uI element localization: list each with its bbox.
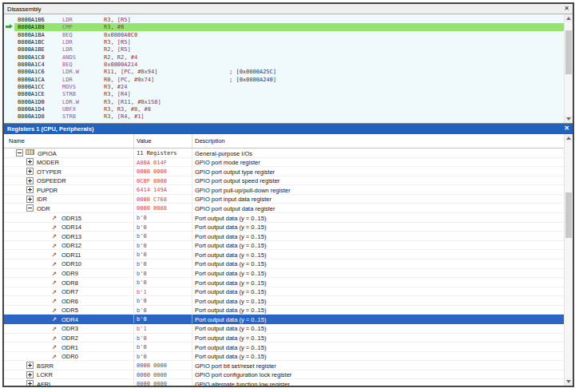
disassembly-line[interactable]: 0800A1C6LDR.WR11, [PC, #0x94]; [0x0800A2…: [4, 68, 564, 75]
scroll-up-icon[interactable]: [565, 134, 573, 142]
register-row-afrl[interactable]: AFRL0000 0000GPIO alternate function low…: [4, 379, 564, 386]
disassembly-line[interactable]: 0800A1CALDRR0, [PC, #0x74]; [0x0800A240]: [4, 76, 564, 83]
close-icon[interactable]: ✕: [564, 4, 569, 14]
register-value-cell[interactable]: b'0: [133, 296, 192, 305]
disassembly-line[interactable]: 0800A1D0LDR.WR3, [R11, #0x158]: [4, 98, 564, 105]
register-value-cell[interactable]: 6414 149A: [133, 185, 192, 194]
disassembly-line[interactable]: 0800A1B6LDRR3, [R5]: [4, 16, 564, 23]
register-row-odr15[interactable]: ↗ODR15b'0Port output data (y = 0..15): [4, 213, 564, 223]
register-value-cell[interactable]: 0000 C768: [133, 195, 192, 204]
register-row-odr6[interactable]: ↗ODR6b'0Port output data (y = 0..15): [4, 296, 564, 306]
register-value-cell[interactable]: b'0: [133, 259, 192, 268]
disassembly-operands: R3, [R5]: [104, 39, 131, 46]
disassembly-titlebar[interactable]: Disassembly ✕: [4, 4, 573, 14]
register-value-cell[interactable]: 0000 0000: [133, 379, 192, 386]
disassembly-title: Disassembly: [7, 6, 42, 13]
disassembly-line[interactable]: 0800A1BCLDRR3, [R5]: [4, 38, 564, 46]
disassembly-line[interactable]: 0800A1BABEQ0x0800A0C0: [4, 31, 564, 38]
register-row-ospeedr[interactable]: OSPEEDR0C0F 0000GPIO port output speed r…: [4, 176, 564, 186]
disassembly-line[interactable]: 0800A1CESTRBR3, [R4]: [4, 90, 564, 97]
expand-icon[interactable]: [26, 177, 34, 184]
expand-icon[interactable]: [26, 158, 34, 165]
register-value-cell[interactable]: b'0: [133, 315, 192, 323]
expand-icon[interactable]: [26, 380, 34, 386]
register-name: ODR4: [61, 316, 78, 323]
disassembly-line[interactable]: 0800A1CCMOVSR3, #24: [4, 83, 564, 90]
expand-icon[interactable]: [26, 168, 34, 175]
register-row-odr0[interactable]: ↗ODR0b'0Port output data (y = 0..15): [4, 352, 564, 362]
column-header-value[interactable]: Value: [133, 134, 192, 148]
register-row-moder[interactable]: MODERA80A 014FGPIO port mode register: [4, 158, 564, 168]
register-value-cell[interactable]: b'0: [133, 306, 192, 315]
expand-icon[interactable]: [26, 371, 34, 378]
disassembly-scrollbar[interactable]: [564, 14, 573, 123]
scrollbar-thumb[interactable]: [565, 30, 572, 74]
register-row-lckr[interactable]: LCKR0000 0000GPIO port configuration loc…: [4, 370, 564, 380]
register-row-odr13[interactable]: ↗ODR13b'0Port output data (y = 0..15): [4, 232, 564, 241]
register-row-odr14[interactable]: ↗ODR14b'0Port output data (y = 0..15): [4, 223, 564, 232]
column-header-description[interactable]: Description: [192, 134, 564, 148]
register-value-cell[interactable]: A80A 014F: [133, 158, 192, 167]
register-value-cell[interactable]: b'0: [133, 352, 192, 361]
registers-titlebar[interactable]: Registers 1 (CPU, Peripherals) ✕: [4, 124, 573, 134]
register-value-cell[interactable]: 0000 0088: [133, 204, 192, 212]
expand-icon[interactable]: [26, 186, 34, 193]
collapse-icon[interactable]: [16, 149, 23, 156]
register-row-odr[interactable]: ODR0000 0088GPIO port output data regist…: [4, 204, 564, 213]
register-row-gpioa[interactable]: GPIOA11 RegistersGeneral-purpose I/Os: [4, 148, 564, 158]
register-value-cell[interactable]: b'0: [133, 334, 192, 343]
disassembly-line[interactable]: 0800A1D8STRBR3, [R4, #1]: [4, 113, 564, 120]
expand-icon[interactable]: [26, 196, 34, 203]
register-row-odr8[interactable]: ↗ODR8b'0Port output data (y = 0..15): [4, 278, 564, 287]
collapse-icon[interactable]: [26, 204, 34, 212]
register-row-bsrr[interactable]: BSRR0000 0000GPIO port bit set/reset reg…: [4, 361, 564, 370]
register-row-odr7[interactable]: ↗ODR7b'1Port output data (y = 0..15): [4, 287, 564, 297]
register-value-cell[interactable]: b'1: [133, 287, 192, 296]
register-row-odr11[interactable]: ↗ODR11b'0Port output data (y = 0..15): [4, 250, 564, 259]
close-icon[interactable]: ✕: [564, 124, 569, 133]
register-row-odr2[interactable]: ↗ODR2b'0Port output data (y = 0..15): [4, 334, 564, 343]
register-value-cell[interactable]: 0000 0000: [133, 167, 192, 176]
register-value-cell[interactable]: b'0: [133, 269, 192, 278]
register-value-cell[interactable]: b'1: [133, 324, 192, 333]
disassembly-mnemonic: LDR: [62, 46, 73, 53]
register-row-odr4[interactable]: ↗ODR4b'0Port output data (y = 0..15): [4, 315, 564, 324]
disassembly-line[interactable]: 0800A1B8CMPR3, #0: [4, 23, 564, 30]
register-value-cell[interactable]: 11 Registers: [133, 148, 192, 157]
register-row-odr12[interactable]: ↗ODR12b'0Port output data (y = 0..15): [4, 241, 564, 251]
register-description-cell: Port output data (y = 0..15): [192, 287, 564, 296]
register-row-pupdr[interactable]: PUPDR6414 149AGPIO port pull-up/pull-dow…: [4, 185, 564, 195]
registers-scrollbar[interactable]: [564, 134, 573, 386]
scroll-down-icon[interactable]: [565, 378, 573, 386]
register-value-cell[interactable]: 0000 0000: [133, 370, 192, 379]
register-value-cell[interactable]: 0C0F 0000: [133, 176, 192, 185]
column-header-name[interactable]: Name: [4, 134, 133, 148]
register-value-cell[interactable]: b'0: [133, 250, 192, 259]
register-value-cell[interactable]: b'0: [133, 278, 192, 287]
register-row-odr10[interactable]: ↗ODR10b'0Port output data (y = 0..15): [4, 259, 564, 269]
register-value-cell[interactable]: b'0: [133, 223, 192, 232]
disassembly-line[interactable]: 0800A1BELDRR2, [R5]: [4, 46, 564, 53]
register-description: GPIO port input data register: [195, 196, 272, 203]
register-value-cell[interactable]: b'0: [133, 232, 192, 240]
disassembly-line[interactable]: 0800A1C0ANDSR2, R2, #4: [4, 53, 564, 61]
scroll-down-icon[interactable]: [565, 115, 573, 123]
register-value-cell[interactable]: b'0: [133, 213, 192, 222]
register-row-otyper[interactable]: OTYPER0000 0000GPIO port output type reg…: [4, 167, 564, 176]
register-row-odr9[interactable]: ↗ODR9b'0Port output data (y = 0..15): [4, 269, 564, 279]
register-description-cell: Port output data (y = 0..15): [192, 296, 564, 305]
register-row-idr[interactable]: IDR0000 C768GPIO port input data registe…: [4, 195, 564, 204]
register-row-odr3[interactable]: ↗ODR3b'1Port output data (y = 0..15): [4, 324, 564, 334]
disassembly-line[interactable]: 0800A1D4UBFXR3, R3, #8, #8: [4, 105, 564, 113]
register-value-cell[interactable]: b'0: [133, 343, 192, 351]
register-value-cell[interactable]: b'0: [133, 241, 192, 250]
bit-icon: ↗: [52, 259, 57, 268]
disassembly-line[interactable]: 0800A1C4BEQ0x0800A214: [4, 61, 564, 68]
register-description-cell: Port output data (y = 0..15): [192, 352, 564, 361]
expand-icon[interactable]: [26, 362, 34, 369]
scrollbar-thumb[interactable]: [565, 192, 572, 238]
register-value-cell[interactable]: 0000 0000: [133, 361, 192, 370]
register-row-odr1[interactable]: ↗ODR1b'0Port output data (y = 0..15): [4, 343, 564, 352]
scroll-up-icon[interactable]: [565, 14, 573, 22]
register-row-odr5[interactable]: ↗ODR5b'0Port output data (y = 0..15): [4, 306, 564, 315]
